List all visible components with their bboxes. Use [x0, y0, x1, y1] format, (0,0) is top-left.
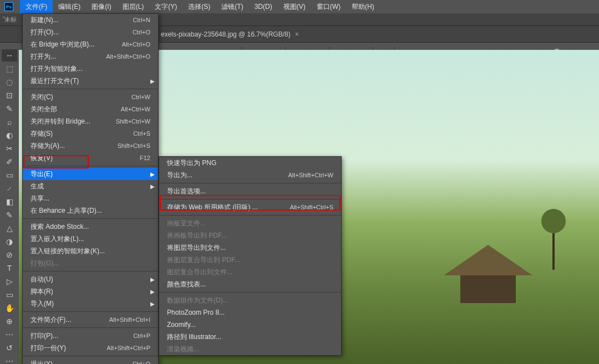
- file-generate[interactable]: 生成▶: [23, 180, 158, 192]
- type-tool[interactable]: T: [2, 262, 17, 274]
- canvas-art-tree: [552, 225, 555, 270]
- eyedropper-tool[interactable]: ◐: [2, 129, 17, 141]
- blur-tool[interactable]: △: [2, 222, 17, 234]
- file-automate[interactable]: 自动(U)▶: [23, 273, 158, 285]
- file-close-bridge[interactable]: 关闭并转到 Bridge...Shift+Ctrl+W: [23, 115, 158, 127]
- submenu-arrow-icon: ▶: [150, 78, 155, 84]
- file-open[interactable]: 打开(O)...Ctrl+O: [23, 26, 158, 38]
- file-close-all[interactable]: 关闭全部Alt+Ctrl+W: [23, 103, 158, 115]
- submenu-arrow-icon: ▶: [150, 289, 155, 295]
- export-as[interactable]: 导出为...Alt+Shift+Ctrl+W: [159, 169, 341, 181]
- file-open-smart[interactable]: 打开为智能对象...: [23, 63, 158, 75]
- file-behance[interactable]: 在 Behance 上共享(D)...: [23, 204, 158, 217]
- zoom-tool[interactable]: ⊕: [2, 315, 17, 327]
- submenu-arrow-icon: ▶: [150, 276, 155, 283]
- menu-file[interactable]: 文件(F): [20, 0, 53, 13]
- export-quick-png[interactable]: 快速导出为 PNG: [159, 157, 341, 169]
- file-close[interactable]: 关闭(C)Ctrl+W: [23, 91, 158, 103]
- file-print-one[interactable]: 打印一份(Y)Alt+Shift+Ctrl+P: [23, 342, 158, 354]
- pen-tool[interactable]: ⊘: [2, 249, 17, 261]
- file-package: 打包(G)...: [23, 257, 158, 269]
- menu-3d[interactable]: 3D(D): [249, 0, 278, 13]
- crop-tool[interactable]: ✎: [2, 102, 17, 115]
- edit-toolbar[interactable]: ⋯: [2, 329, 17, 341]
- file-place-linked[interactable]: 置入链接的智能对象(K)...: [23, 245, 158, 257]
- file-export[interactable]: 导出(E)▶: [23, 168, 158, 180]
- file-save-as[interactable]: 存储为(A)...Shift+Ctrl+S: [23, 140, 158, 152]
- file-new[interactable]: 新建(N)...Ctrl+N: [23, 14, 158, 26]
- close-icon[interactable]: ×: [295, 30, 299, 38]
- file-open-as[interactable]: 打开为...Alt+Shift+Ctrl+O: [23, 50, 158, 63]
- menubar: Ps 文件(F) 编辑(E) 图像(I) 图层(L) 文字(Y) 选择(S) 滤…: [0, 0, 599, 13]
- title-fragment: 未标: [4, 16, 17, 24]
- menu-edit[interactable]: 编辑(E): [53, 0, 86, 13]
- eraser-tool[interactable]: ◧: [2, 196, 17, 208]
- menu-window[interactable]: 窗口(W): [311, 0, 346, 13]
- file-menu: 新建(N)...Ctrl+N 打开(O)...Ctrl+O 在 Bridge 中…: [22, 13, 159, 364]
- stamp-tool[interactable]: ▭: [2, 169, 17, 181]
- file-place-embed[interactable]: 置入嵌入对象(L)...: [23, 233, 158, 245]
- file-browse-bridge[interactable]: 在 Bridge 中浏览(B)...Alt+Ctrl+O: [23, 38, 158, 50]
- file-save[interactable]: 存储(S)Ctrl+S: [23, 127, 158, 140]
- export-paths-illustrator[interactable]: 路径到 Illustrator...: [159, 331, 341, 343]
- lasso-tool[interactable]: ◌: [2, 76, 17, 88]
- export-artboards-files: 画板至文件...: [159, 217, 341, 229]
- frame-tool[interactable]: ⌕: [2, 116, 17, 128]
- more-tools[interactable]: ⋯: [2, 355, 17, 364]
- menu-filter[interactable]: 滤镜(T): [216, 0, 248, 13]
- menu-type[interactable]: 文字(Y): [149, 0, 182, 13]
- move-tool[interactable]: ↔: [2, 49, 17, 61]
- menu-help[interactable]: 帮助(H): [346, 0, 380, 13]
- rotate-view-tool[interactable]: ↺: [2, 342, 17, 354]
- file-revert[interactable]: 恢复(V)F12: [23, 152, 158, 164]
- file-exit[interactable]: 退出(X)Ctrl+Q: [23, 358, 158, 364]
- file-info[interactable]: 文件简介(F)...Alt+Shift+Ctrl+I: [23, 314, 158, 326]
- export-photozoom[interactable]: PhotoZoom Pro 8...: [159, 306, 341, 319]
- file-scripts[interactable]: 脚本(R)▶: [23, 285, 158, 298]
- tools-panel: ↔ ⬚ ◌ ⊡ ✎ ⌕ ◐ ✂ ✐ ▭ ⟋ ◧ ✎ △ ◑ ⊘ T ▷ ▭ ✋ …: [0, 47, 19, 364]
- file-print[interactable]: 打印(P)...Ctrl+P: [23, 330, 158, 342]
- history-brush-tool[interactable]: ⟋: [2, 182, 17, 194]
- canvas-art-hut: [444, 245, 532, 303]
- export-color-lut[interactable]: 颜色查找表...: [159, 278, 341, 290]
- menu-view[interactable]: 视图(V): [278, 0, 311, 13]
- export-layer-comps-files: 图层复合导出到文件...: [159, 266, 341, 278]
- file-recent[interactable]: 最近打开文件(T)▶: [23, 75, 158, 87]
- document-tab[interactable]: exels-pixabay-235648.jpg @ 16.7%(RGB/8) …: [155, 26, 304, 42]
- menu-select[interactable]: 选择(S): [182, 0, 216, 13]
- export-render-video: 渲染视频...: [159, 343, 341, 355]
- menu-layer[interactable]: 图层(L): [117, 0, 150, 13]
- export-prefs[interactable]: 导出首选项...: [159, 185, 341, 197]
- hand-tool[interactable]: ✋: [2, 302, 17, 314]
- submenu-arrow-icon: ▶: [150, 171, 155, 177]
- file-import[interactable]: 导入(M)▶: [23, 298, 158, 310]
- file-search-stock[interactable]: 搜索 Adobe Stock...: [23, 221, 158, 233]
- export-layers-files[interactable]: 将图层导出到文件...: [159, 242, 341, 254]
- export-data-sets: 数据组作为文件(D)...: [159, 294, 341, 306]
- document-tab-title: exels-pixabay-235648.jpg @ 16.7%(RGB/8): [161, 30, 291, 38]
- export-layer-comps-pdf: 将图层复合导出到 PDF...: [159, 254, 341, 266]
- gradient-tool[interactable]: ✎: [2, 209, 17, 221]
- healing-tool[interactable]: ✂: [2, 142, 17, 155]
- export-zoomify[interactable]: Zoomify...: [159, 319, 341, 331]
- dodge-tool[interactable]: ◑: [2, 235, 17, 248]
- shape-tool[interactable]: ▭: [2, 289, 17, 301]
- marquee-tool[interactable]: ⬚: [2, 63, 17, 75]
- export-submenu: 快速导出为 PNG 导出为...Alt+Shift+Ctrl+W 导出首选项..…: [159, 156, 342, 356]
- export-save-for-web[interactable]: 存储为 Web 所用格式 (旧版) ...Alt+Shift+Ctrl+S: [159, 201, 341, 213]
- submenu-arrow-icon: ▶: [150, 301, 155, 307]
- path-select-tool[interactable]: ▷: [2, 275, 17, 288]
- panel-chevron-icon[interactable]: »: [2, 14, 5, 20]
- menu-image[interactable]: 图像(I): [86, 0, 116, 13]
- file-share[interactable]: 共享...: [23, 192, 158, 204]
- submenu-arrow-icon: ▶: [150, 183, 155, 189]
- quick-select-tool[interactable]: ⊡: [2, 89, 17, 101]
- brush-tool[interactable]: ✐: [2, 156, 17, 168]
- export-artboards-pdf: 将画板导出到 PDF...: [159, 229, 341, 242]
- photoshop-icon: Ps: [4, 2, 13, 11]
